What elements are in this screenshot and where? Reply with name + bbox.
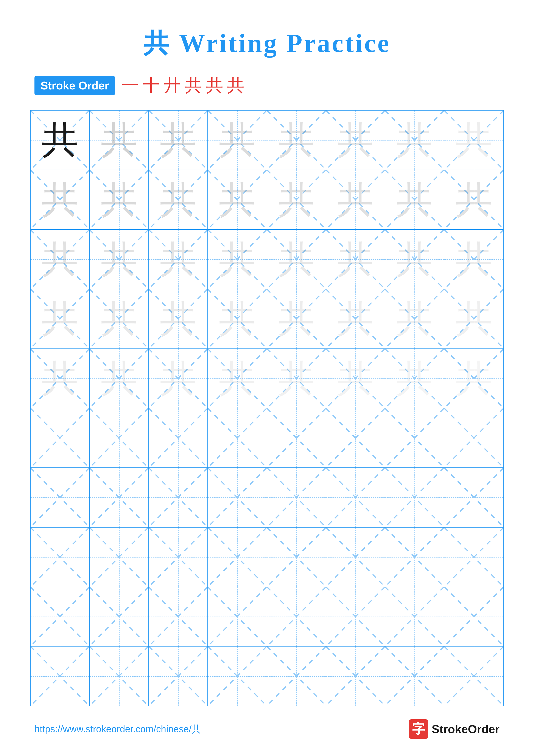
practice-char: 共 xyxy=(219,241,255,278)
grid-cell[interactable] xyxy=(208,647,267,706)
grid-cell[interactable] xyxy=(31,647,89,706)
grid-cell[interactable] xyxy=(31,408,89,468)
grid-cell[interactable] xyxy=(326,468,385,527)
grid-cell[interactable]: 共 xyxy=(385,289,444,348)
grid-cell[interactable] xyxy=(445,408,503,468)
grid-cell[interactable]: 共 xyxy=(208,111,267,170)
grid-cell[interactable]: 共 xyxy=(385,349,444,408)
svg-line-105 xyxy=(267,468,326,527)
grid-cell[interactable] xyxy=(326,527,385,587)
grid-cell[interactable]: 共 xyxy=(149,349,208,408)
grid-row xyxy=(31,587,503,647)
grid-cell[interactable]: 共 xyxy=(31,230,89,289)
grid-row: 共共共共共共共共 xyxy=(31,230,503,289)
grid-cell[interactable]: 共 xyxy=(385,111,444,170)
grid-cell[interactable]: 共 xyxy=(267,289,326,348)
grid-cell[interactable] xyxy=(445,647,503,706)
grid-cell[interactable]: 共 xyxy=(89,289,149,348)
grid-cell[interactable] xyxy=(445,587,503,646)
grid-cell[interactable] xyxy=(149,468,208,527)
grid-cell[interactable]: 共 xyxy=(267,170,326,229)
grid-cell[interactable]: 共 xyxy=(149,289,208,348)
practice-char: 共 xyxy=(160,122,196,158)
footer-url[interactable]: https://www.strokeorder.com/chinese/共 xyxy=(35,723,201,736)
grid-cell[interactable]: 共 xyxy=(445,170,503,229)
grid-cell[interactable]: 共 xyxy=(445,349,503,408)
grid-cell[interactable]: 共 xyxy=(208,289,267,348)
grid-cell[interactable]: 共 xyxy=(31,170,89,229)
grid-cell[interactable] xyxy=(267,587,326,646)
grid-cell[interactable]: 共 xyxy=(326,170,385,229)
grid-cell[interactable]: 共 xyxy=(89,170,149,229)
practice-char: 共 xyxy=(396,360,433,397)
svg-line-80 xyxy=(31,408,89,468)
practice-char: 共 xyxy=(41,360,78,397)
practice-char: 共 xyxy=(41,181,78,218)
grid-cell[interactable] xyxy=(267,527,326,587)
grid-cell[interactable] xyxy=(267,408,326,468)
grid-cell[interactable] xyxy=(31,587,89,646)
grid-cell[interactable]: 共 xyxy=(31,289,89,348)
practice-char: 共 xyxy=(396,181,433,218)
grid-cell[interactable] xyxy=(31,468,89,527)
grid-cell[interactable] xyxy=(385,647,444,706)
grid-cell[interactable]: 共 xyxy=(267,349,326,408)
svg-line-132 xyxy=(149,587,207,646)
grid-cell[interactable]: 共 xyxy=(208,170,267,229)
grid-cell[interactable] xyxy=(267,468,326,527)
svg-line-140 xyxy=(385,587,444,646)
grid-cell[interactable]: 共 xyxy=(267,111,326,170)
grid-cell[interactable]: 共 xyxy=(149,111,208,170)
grid-cell[interactable] xyxy=(31,527,89,587)
grid-cell[interactable] xyxy=(149,647,208,706)
grid-cell[interactable] xyxy=(149,587,208,646)
practice-char: 共 xyxy=(456,122,492,158)
grid-cell[interactable]: 共 xyxy=(149,170,208,229)
grid-cell[interactable]: 共 xyxy=(208,230,267,289)
grid-cell[interactable]: 共 xyxy=(445,111,503,170)
grid-cell[interactable]: 共 xyxy=(445,230,503,289)
grid-cell[interactable] xyxy=(445,527,503,587)
grid-cell[interactable] xyxy=(267,647,326,706)
grid-cell[interactable]: 共 xyxy=(31,349,89,408)
grid-cell[interactable]: 共 xyxy=(89,230,149,289)
grid-cell[interactable] xyxy=(326,587,385,646)
grid-cell[interactable] xyxy=(89,647,149,706)
grid-cell[interactable] xyxy=(149,527,208,587)
grid-cell[interactable] xyxy=(89,527,149,587)
grid-cell[interactable] xyxy=(208,587,267,646)
grid-cell[interactable]: 共 xyxy=(89,349,149,408)
grid-cell[interactable] xyxy=(385,408,444,468)
practice-char: 共 xyxy=(456,360,492,397)
grid-cell[interactable]: 共 xyxy=(326,289,385,348)
grid-cell[interactable]: 共 xyxy=(326,111,385,170)
grid-cell[interactable]: 共 xyxy=(208,349,267,408)
grid-cell[interactable]: 共 xyxy=(267,230,326,289)
grid-cell[interactable]: 共 xyxy=(326,230,385,289)
grid-cell[interactable]: 共 xyxy=(326,349,385,408)
grid-cell[interactable]: 共 xyxy=(31,111,89,170)
grid-cell[interactable] xyxy=(89,587,149,646)
grid-cell[interactable] xyxy=(385,527,444,587)
grid-cell[interactable]: 共 xyxy=(149,230,208,289)
grid-cell[interactable] xyxy=(89,408,149,468)
grid-cell[interactable] xyxy=(326,647,385,706)
stroke-order-section: Stroke Order 一 十 廾 共 共 共 xyxy=(0,74,534,97)
grid-cell[interactable] xyxy=(385,468,444,527)
grid-cell[interactable] xyxy=(385,587,444,646)
grid-cell[interactable] xyxy=(208,468,267,527)
grid-cell[interactable] xyxy=(445,468,503,527)
grid-cell[interactable] xyxy=(208,527,267,587)
grid-cell[interactable]: 共 xyxy=(385,230,444,289)
grid-cell[interactable]: 共 xyxy=(89,111,149,170)
svg-line-92 xyxy=(385,408,444,468)
grid-cell[interactable] xyxy=(326,408,385,468)
grid-cell[interactable] xyxy=(208,408,267,468)
grid-cell[interactable] xyxy=(89,468,149,527)
grid-cell[interactable]: 共 xyxy=(445,289,503,348)
svg-line-82 xyxy=(89,408,148,468)
grid-cell[interactable] xyxy=(149,408,208,468)
grid-cell[interactable]: 共 xyxy=(385,170,444,229)
page-title: 共 Writing Practice xyxy=(0,0,534,74)
grid-row xyxy=(31,468,503,527)
